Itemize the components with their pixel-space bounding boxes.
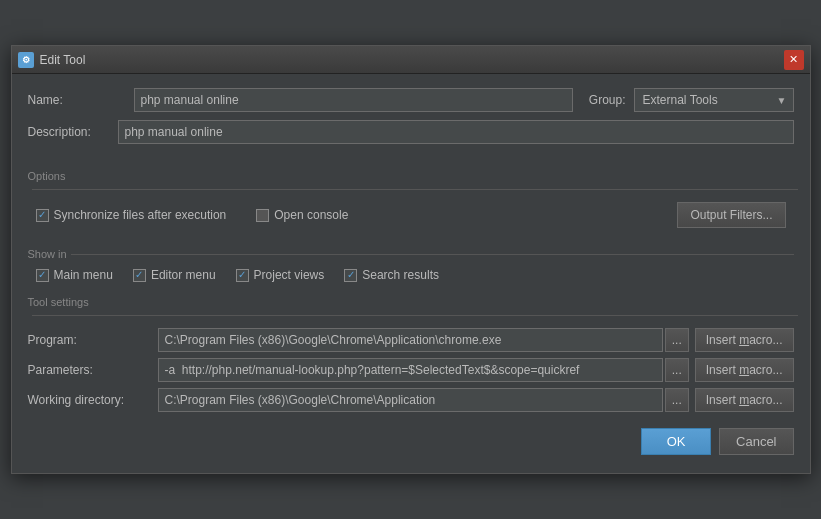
sync-files-checkbox[interactable]: Synchronize files after execution [36, 208, 227, 222]
description-input[interactable] [118, 120, 794, 144]
show-search-results-checkbox[interactable]: Search results [344, 268, 439, 282]
show-in-label: Show in [28, 248, 794, 260]
tool-settings-section: Tool settings Program: ... Insert macro.… [28, 296, 794, 412]
parameters-row: Parameters: ... Insert macro... [28, 358, 794, 382]
name-label: Name: [28, 93, 118, 107]
open-console-label: Open console [274, 208, 348, 222]
options-section: Options Synchronize files after executio… [28, 152, 794, 236]
window-icon: ⚙ [18, 52, 34, 68]
working-dir-insert-macro-button[interactable]: Insert macro... [695, 388, 794, 412]
show-editor-menu-checkbox[interactable]: Editor menu [133, 268, 216, 282]
editor-menu-checkbox-box[interactable] [133, 269, 146, 282]
title-bar: ⚙ Edit Tool ✕ [12, 46, 810, 74]
parameters-insert-macro-button[interactable]: Insert macro... [695, 358, 794, 382]
search-results-label: Search results [362, 268, 439, 282]
description-row: Description: [28, 120, 794, 144]
sync-files-checkbox-box[interactable] [36, 209, 49, 222]
main-menu-label: Main menu [54, 268, 113, 282]
options-row: Synchronize files after execution Open c… [28, 202, 794, 228]
window-title: Edit Tool [40, 53, 86, 67]
open-console-checkbox-box[interactable] [256, 209, 269, 222]
close-button[interactable]: ✕ [784, 50, 804, 70]
tool-settings-label: Tool settings [28, 296, 794, 320]
show-in-items: Main menu Editor menu Project views Sear… [28, 260, 794, 286]
name-row: Name: Group: External Tools ▼ [28, 88, 794, 112]
project-views-label: Project views [254, 268, 325, 282]
output-filters-button[interactable]: Output Filters... [677, 202, 785, 228]
editor-menu-label: Editor menu [151, 268, 216, 282]
open-console-checkbox[interactable]: Open console [256, 208, 348, 222]
working-dir-dots-button[interactable]: ... [665, 388, 689, 412]
program-input[interactable] [158, 328, 663, 352]
program-dots-button[interactable]: ... [665, 328, 689, 352]
group-wrap: Group: External Tools ▼ [589, 88, 794, 112]
working-dir-row: Working directory: ... Insert macro... [28, 388, 794, 412]
show-in-section: Show in Main menu Editor menu Project vi… [28, 248, 794, 286]
group-select-value: External Tools [639, 93, 775, 107]
program-insert-macro-button[interactable]: Insert macro... [695, 328, 794, 352]
cancel-button[interactable]: Cancel [719, 428, 793, 455]
options-label: Options [28, 170, 794, 194]
chevron-down-icon: ▼ [775, 95, 789, 106]
program-label: Program: [28, 333, 158, 347]
content-area: Name: Group: External Tools ▼ Descriptio… [12, 74, 810, 473]
bottom-buttons: OK Cancel [28, 428, 794, 459]
show-project-views-checkbox[interactable]: Project views [236, 268, 325, 282]
group-label: Group: [589, 93, 626, 107]
main-menu-checkbox-box[interactable] [36, 269, 49, 282]
parameters-label: Parameters: [28, 363, 158, 377]
name-input[interactable] [134, 88, 573, 112]
sync-files-label: Synchronize files after execution [54, 208, 227, 222]
project-views-checkbox-box[interactable] [236, 269, 249, 282]
program-row: Program: ... Insert macro... [28, 328, 794, 352]
working-dir-input-wrap: ... Insert macro... [158, 388, 794, 412]
working-dir-label: Working directory: [28, 393, 158, 407]
name-input-wrap [134, 88, 573, 112]
program-input-wrap: ... Insert macro... [158, 328, 794, 352]
search-results-checkbox-box[interactable] [344, 269, 357, 282]
show-main-menu-checkbox[interactable]: Main menu [36, 268, 113, 282]
parameters-input[interactable] [158, 358, 663, 382]
edit-tool-window: ⚙ Edit Tool ✕ Name: Group: External Tool… [11, 45, 811, 474]
description-label: Description: [28, 125, 118, 139]
title-bar-left: ⚙ Edit Tool [18, 52, 86, 68]
ok-button[interactable]: OK [641, 428, 711, 455]
group-select[interactable]: External Tools ▼ [634, 88, 794, 112]
parameters-dots-button[interactable]: ... [665, 358, 689, 382]
working-dir-input[interactable] [158, 388, 663, 412]
parameters-input-wrap: ... Insert macro... [158, 358, 794, 382]
